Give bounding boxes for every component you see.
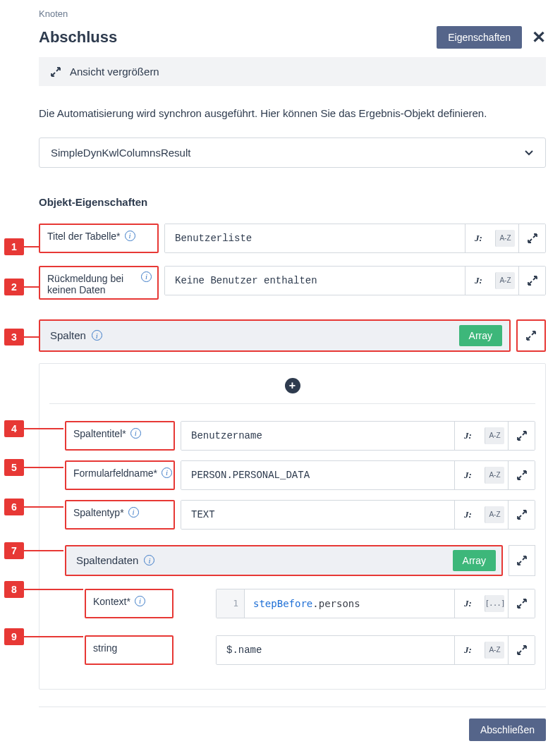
callout-5: 5 [4, 459, 24, 476]
label-context: Kontext* i [85, 589, 174, 618]
label-table-title: Titel der Tabelle* i [39, 224, 159, 253]
expand-field-icon[interactable] [518, 267, 545, 295]
input-string[interactable] [217, 636, 454, 664]
input-no-data[interactable] [165, 267, 465, 295]
page-title: Abschluss [39, 28, 117, 47]
array-badge: Array [453, 550, 496, 571]
info-icon[interactable]: i [128, 507, 139, 518]
json-toggle[interactable]: J: [465, 267, 492, 295]
expand-view-bar[interactable]: Ansicht vergrößern [39, 57, 546, 86]
input-table-title[interactable] [165, 224, 465, 252]
input-context[interactable]: stepBefore.persons [245, 589, 454, 618]
expand-field-icon[interactable] [518, 224, 545, 252]
input-form-field[interactable] [181, 461, 454, 489]
label-form-field: Formularfeldname* i [65, 460, 175, 490]
complete-button[interactable]: Abschließen [469, 719, 546, 741]
expand-field-icon[interactable] [508, 501, 535, 529]
array-badge: Array [459, 325, 502, 346]
add-item-button[interactable]: + [285, 378, 300, 393]
section-heading: Objekt-Eigenschaften [39, 196, 546, 208]
result-type-select[interactable]: SimpleDynKwlColumnsResult [39, 137, 546, 168]
json-toggle[interactable]: J: [454, 636, 481, 664]
info-icon[interactable]: i [130, 428, 141, 439]
properties-button[interactable]: Eigenschaften [437, 26, 522, 49]
json-toggle[interactable]: J: [454, 422, 481, 450]
type-az-badge: A-Z [485, 467, 504, 484]
info-icon[interactable]: i [162, 467, 172, 478]
expand-field-icon[interactable] [508, 422, 535, 450]
expand-field-icon[interactable] [508, 461, 535, 489]
json-toggle[interactable]: J: [454, 501, 481, 529]
label-column-type: Spaltentyp* i [65, 500, 175, 530]
expand-field-icon[interactable] [508, 636, 535, 664]
columns-array-header[interactable]: Spalten i Array [39, 319, 511, 352]
chevron-down-icon [524, 147, 534, 157]
label-column-title: Spaltentitel* i [65, 421, 175, 451]
json-toggle[interactable]: J: [465, 224, 492, 252]
info-icon[interactable]: i [92, 330, 102, 341]
label-no-data: Rückmeldung bei keinen Daten i [39, 266, 159, 300]
expand-array-icon[interactable] [516, 319, 546, 352]
callout-9: 9 [4, 628, 24, 645]
type-az-badge: A-Z [485, 427, 504, 444]
expand-array-icon[interactable] [509, 545, 535, 576]
input-column-type[interactable] [181, 501, 454, 529]
callout-7: 7 [4, 542, 24, 559]
type-az-badge: A-Z [495, 272, 515, 289]
expand-field-icon[interactable] [508, 589, 535, 618]
close-icon[interactable]: ✕ [532, 29, 546, 46]
type-az-badge: A-Z [495, 230, 515, 247]
info-icon[interactable]: i [135, 596, 145, 606]
expand-icon [50, 66, 61, 78]
callout-4: 4 [4, 420, 24, 437]
label-string: string [85, 635, 174, 665]
column-data-array-header[interactable]: Spaltendaten i Array [65, 545, 503, 576]
input-column-title[interactable] [181, 422, 454, 450]
callout-1: 1 [4, 238, 24, 255]
result-type-value: SimpleDynKwlColumnsResult [51, 147, 190, 159]
description-text: Die Automatisierung wird synchron ausgef… [39, 106, 546, 122]
callout-6: 6 [4, 499, 24, 515]
type-az-badge: A-Z [485, 506, 504, 523]
json-toggle[interactable]: J: [454, 461, 481, 489]
callout-3: 3 [4, 329, 24, 346]
line-number: 1 [217, 589, 245, 618]
info-icon[interactable]: i [144, 555, 154, 565]
info-icon[interactable]: i [141, 271, 152, 282]
callout-2: 2 [4, 279, 24, 295]
expand-view-label: Ansicht vergrößern [70, 66, 159, 78]
json-toggle[interactable]: J: [454, 589, 481, 618]
callout-8: 8 [4, 581, 24, 598]
type-array-badge: [...] [485, 595, 504, 612]
type-az-badge: A-Z [485, 642, 504, 659]
breadcrumb: Knoten [39, 8, 546, 19]
info-icon[interactable]: i [125, 231, 135, 241]
